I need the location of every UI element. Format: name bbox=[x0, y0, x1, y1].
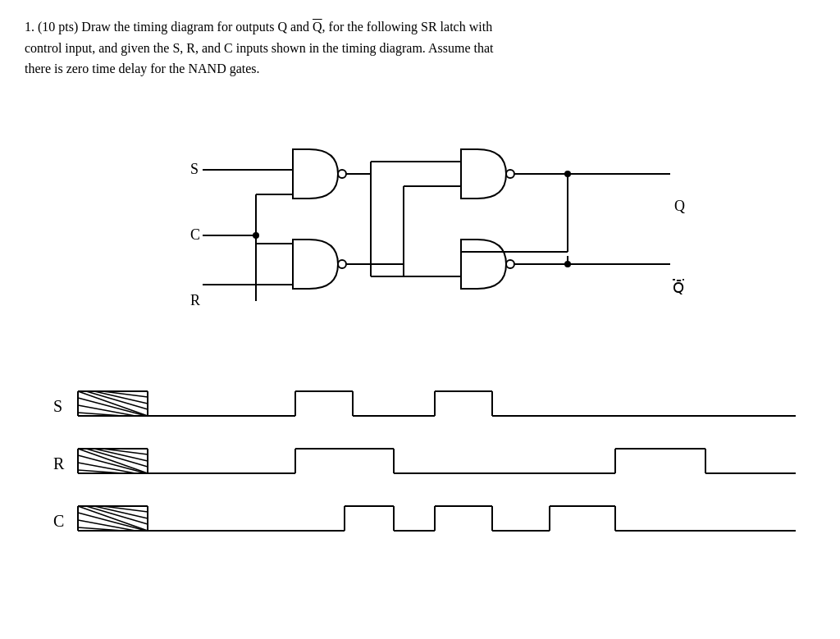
s-label: S bbox=[190, 161, 199, 177]
problem-points: (10 pts) bbox=[38, 20, 81, 34]
problem-text-line1: Draw the timing diagram for outputs Q an… bbox=[81, 20, 492, 34]
r-timing-label: R bbox=[53, 454, 65, 472]
problem-number: 1. bbox=[25, 20, 34, 34]
qbar-label: Q̄ bbox=[673, 280, 684, 296]
problem-text-line2: control input, and given the S, R, and C… bbox=[25, 41, 494, 55]
svg-line-53 bbox=[86, 449, 148, 467]
timing-diagram: S R C bbox=[41, 375, 815, 555]
svg-point-10 bbox=[506, 260, 514, 268]
r-label: R bbox=[190, 292, 200, 308]
svg-point-6 bbox=[338, 260, 346, 268]
svg-line-76 bbox=[86, 506, 148, 524]
svg-point-5 bbox=[253, 232, 259, 239]
svg-line-30 bbox=[86, 391, 148, 409]
s-timing-label: S bbox=[53, 397, 62, 415]
svg-point-9 bbox=[506, 170, 514, 178]
problem-statement: 1. (10 pts) Draw the timing diagram for … bbox=[25, 16, 815, 80]
q-label: Q bbox=[674, 198, 685, 214]
svg-point-0 bbox=[338, 170, 346, 178]
c-label: C bbox=[190, 226, 200, 243]
problem-text-line3: there is zero time delay for the NAND ga… bbox=[25, 62, 260, 75]
circuit-diagram: S C R Q Q̄ bbox=[25, 96, 815, 350]
c-timing-label: C bbox=[53, 512, 64, 530]
